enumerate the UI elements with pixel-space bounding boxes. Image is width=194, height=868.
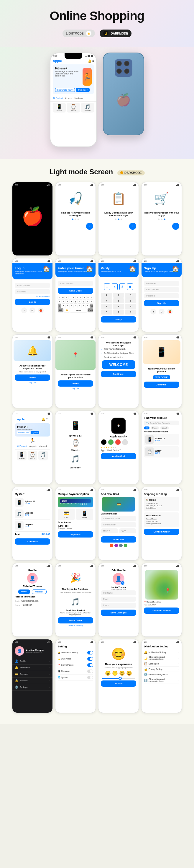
facebook-icon[interactable]: f — [21, 307, 27, 313]
offer-tabs[interactable]: All Phone Watch — [144, 427, 179, 429]
num-5[interactable]: 5 — [113, 298, 124, 303]
key-j[interactable]: j — [82, 300, 85, 303]
ep-save-btn[interactable]: Save Changes — [101, 610, 136, 616]
em-good[interactable]: 😊 — [119, 671, 125, 676]
variant-green[interactable] — [108, 439, 114, 445]
key-y[interactable]: y — [76, 296, 79, 299]
lang-toggle[interactable] — [87, 676, 93, 679]
rec-iphone13[interactable]: 📱 Iphone 13 $599 — [144, 434, 179, 445]
qb-continue-btn[interactable]: Continue › — [144, 381, 179, 388]
offer-tab-watch[interactable]: Watch — [160, 427, 169, 429]
a-icon[interactable]: 🍎 — [167, 309, 173, 314]
message-btn[interactable]: Message — [32, 589, 47, 594]
variant-black[interactable] — [101, 439, 107, 445]
airpods-tab[interactable]: Airpods — [30, 444, 37, 448]
product-item-watch[interactable]: ⌚ Watch — [67, 103, 80, 113]
all-product-tab[interactable]: All Product — [17, 444, 27, 448]
verify-btn[interactable]: Verify — [101, 316, 136, 322]
key-x[interactable]: x — [66, 304, 69, 308]
ty-continue[interactable]: Continue Shopping — [58, 625, 93, 626]
tab-macbook[interactable]: Macbook — [75, 97, 83, 100]
ds-item-security[interactable]: 🔒 Security › — [12, 678, 52, 684]
forgot-password[interactable]: Forgot password? — [15, 295, 50, 297]
signup-email-input[interactable]: Email Address — [144, 287, 179, 292]
key-k[interactable]: k — [86, 300, 89, 303]
num-6[interactable]: 6 — [125, 298, 136, 303]
skip-notif[interactable]: Skip Now — [15, 382, 50, 384]
loc-toggle[interactable] — [87, 663, 93, 667]
card-num-input[interactable]: Card Number — [101, 522, 136, 527]
app-toggle[interactable] — [87, 670, 93, 673]
key-b[interactable]: b — [78, 304, 81, 308]
grid-phone[interactable]: 📱iPhone — [17, 451, 27, 460]
next-arrow[interactable]: › — [172, 223, 179, 230]
pay-mobile-opt[interactable]: 📱 Mobile — [76, 508, 93, 520]
key-g[interactable]: g — [74, 300, 77, 303]
follow-btn[interactable]: Follow — [18, 589, 30, 594]
try-free-btn[interactable]: Try it free › — [76, 88, 90, 92]
signup-password-input[interactable]: Password — [144, 293, 179, 298]
try-it-btn[interactable]: Try it free — [31, 431, 39, 434]
allow-notif-btn[interactable]: Allow — [15, 374, 50, 381]
num-hash[interactable]: # — [125, 310, 136, 314]
grid-watch[interactable]: ⌚Watch — [28, 451, 37, 460]
pay-card-opt[interactable]: 💳 Card — [58, 508, 75, 520]
ship-confirm-btn[interactable]: Confirm Order — [144, 529, 179, 535]
card-holder-input[interactable]: Card Holder Name — [101, 516, 136, 521]
key-space[interactable]: space — [70, 308, 87, 312]
variant-silver[interactable] — [122, 439, 128, 445]
cvv-input[interactable]: CVV — [119, 528, 136, 533]
product-item-phone[interactable]: 📱 iPhone — [53, 103, 66, 113]
key-z[interactable]: z — [62, 304, 66, 308]
dist-item-6[interactable]: ℹ️ Observations and communications › — [144, 677, 179, 683]
otp-4[interactable]: 0 — [127, 283, 133, 290]
mp-confirm-btn[interactable]: Confirm Location — [144, 608, 179, 614]
dist-item-3[interactable]: 📋 Data report › — [144, 661, 179, 666]
tab-all-product[interactable]: All Product — [53, 97, 63, 100]
offer-tab-phone[interactable]: Phone — [151, 427, 159, 429]
key-emoji[interactable]: 😊 — [64, 308, 70, 312]
key-m[interactable]: m — [86, 304, 89, 308]
key-return[interactable]: QWIR — [87, 308, 93, 312]
ep-edit-badge[interactable]: ✎ — [121, 581, 124, 585]
continue-btn[interactable]: Continue › — [101, 371, 136, 377]
ep-phone-input[interactable]: Phone — [101, 603, 136, 608]
next-arrow[interactable]: › — [129, 223, 136, 230]
key-p[interactable]: p — [90, 296, 93, 299]
next-arrow[interactable]: › — [86, 223, 93, 230]
key-t[interactable]: t — [72, 296, 75, 299]
tab-airpods[interactable]: Airpods — [65, 97, 72, 100]
key-n[interactable]: n — [82, 304, 85, 308]
otp-2[interactable]: 4 — [112, 283, 118, 290]
key-d[interactable]: d — [66, 300, 69, 303]
ds-item-payment[interactable]: 💳 Payment › — [12, 671, 52, 678]
num-9[interactable]: 9 — [125, 304, 136, 309]
login-btn[interactable]: Log In — [15, 299, 50, 305]
receive-next-btn[interactable]: › — [142, 223, 182, 230]
product-tabs[interactable]: All Product Airpods Macbook — [50, 95, 96, 102]
dist-item-1[interactable]: 🔔 Notification Setting › — [144, 650, 179, 655]
key-h[interactable]: h — [78, 300, 81, 303]
home-tabs[interactable]: All Product Airpods Macbook — [15, 443, 50, 450]
fitness-cta[interactable]: See what's new › Try it free › — [55, 88, 92, 92]
email-input[interactable]: Email Address — [15, 283, 50, 288]
see-whats-new-btn[interactable]: See what's new › — [55, 88, 75, 92]
num-3[interactable]: 3 — [125, 293, 136, 298]
dist-item-5[interactable]: ⚙️ General configuration › — [144, 672, 179, 677]
key-e[interactable]: e — [65, 296, 68, 299]
g-icon[interactable]: G — [159, 309, 164, 314]
key-delete[interactable]: ⌫ — [90, 304, 93, 308]
key-f[interactable]: f — [70, 300, 73, 303]
ty-track-btn[interactable]: Track Order — [58, 617, 93, 623]
slider-thumb[interactable] — [119, 677, 122, 680]
key-l[interactable]: l — [90, 300, 93, 303]
find-next-btn[interactable]: › — [55, 223, 95, 230]
dist-item-2[interactable]: 🌙 Observations and communications › — [144, 655, 179, 661]
lightmode-toggle[interactable]: LIGHTMODE ☀️ — [63, 30, 95, 37]
notif-toggle[interactable] — [87, 651, 93, 654]
key-r[interactable]: r — [69, 296, 72, 299]
key-c[interactable]: c — [70, 304, 73, 308]
rec-watch[interactable]: ⌚ Watch+ $299 — [144, 446, 179, 458]
fp-search[interactable]: 🔍 Search Your Products — [144, 421, 179, 425]
key-u[interactable]: u — [79, 296, 82, 299]
